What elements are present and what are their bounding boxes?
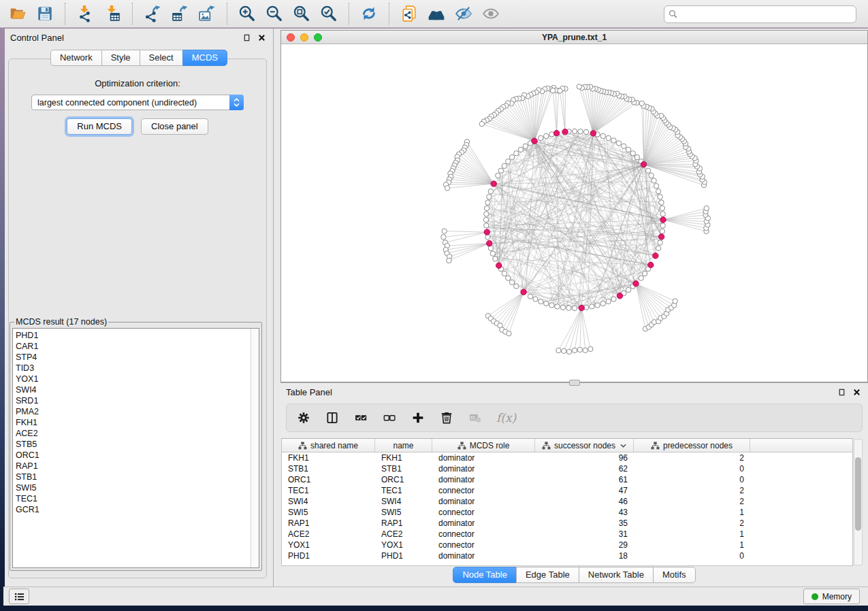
memory-button[interactable]: Memory	[803, 589, 860, 604]
save-icon	[36, 5, 54, 22]
network-window-titlebar[interactable]: YPA_prune.txt_1	[281, 31, 867, 44]
toolbar-export-network-button[interactable]	[139, 2, 166, 25]
toolbar-export-table-button[interactable]	[166, 2, 193, 25]
horizontal-splitter-handle[interactable]	[569, 380, 580, 386]
close-panel-button[interactable]: Close panel	[141, 118, 208, 135]
column-header-shared-name[interactable]: shared name	[282, 439, 375, 452]
mcds-result-item[interactable]: PMA2	[16, 406, 259, 417]
toolbar-share-document-button[interactable]	[396, 2, 423, 25]
mcds-result-item[interactable]: SRD1	[16, 395, 259, 406]
mcds-result-item[interactable]: RAP1	[16, 461, 259, 472]
table-row[interactable]: ORC1ORC1dominator610	[282, 474, 852, 485]
task-history-button[interactable]	[9, 589, 29, 604]
table-row[interactable]: RAP1RAP1dominator352	[282, 518, 852, 529]
mcds-result-item[interactable]: ACE2	[16, 428, 259, 439]
table-toolbar-select-all-button[interactable]	[353, 410, 368, 425]
mcds-result-item[interactable]: ORC1	[16, 450, 259, 461]
tab-node-table[interactable]: Node Table	[453, 567, 517, 583]
mcds-result-item[interactable]: TID3	[16, 363, 259, 374]
optimization-criterion-select[interactable]: largest connected component (undirected)	[31, 95, 244, 110]
cell: ORC1	[375, 475, 432, 484]
search-input[interactable]	[681, 10, 852, 19]
toolbar-open-folder-button[interactable]	[4, 2, 31, 25]
table-row[interactable]: FKH1FKH1dominator962	[282, 452, 852, 463]
table-toolbar-unselect-all-button[interactable]	[382, 410, 397, 425]
toolbar-zoom-out-button[interactable]	[261, 2, 288, 25]
toolbar-zoom-selected-button[interactable]	[315, 2, 342, 25]
column-label: MCDS role	[470, 441, 510, 450]
cell: 31	[535, 529, 634, 539]
table-toolbar-function-builder-button: f(x)	[496, 410, 516, 425]
tab-mcds[interactable]: MCDS	[182, 50, 227, 66]
mcds-result-item[interactable]: SWI5	[16, 482, 259, 493]
table-row[interactable]: SWI4SWI4dominator462	[282, 496, 852, 507]
table-toolbar: f(x)	[286, 403, 863, 432]
table-row[interactable]: ACE2ACE2connector311	[282, 529, 852, 540]
search-field[interactable]	[664, 5, 856, 23]
cell: connector	[432, 529, 535, 539]
column-header-MCDS-role[interactable]: MCDS role	[432, 439, 535, 452]
export-table-icon	[171, 5, 189, 22]
close-panel-icon[interactable]	[255, 32, 268, 43]
tab-network-table[interactable]: Network Table	[579, 567, 654, 583]
cell: dominator	[432, 551, 535, 561]
table-row[interactable]: TEC1TEC1connector472	[282, 485, 852, 496]
control-panel-title: Control Panel	[10, 33, 64, 43]
cell: 2	[634, 518, 750, 528]
table-row[interactable]: STB1STB1dominator620	[282, 463, 852, 474]
mcds-result-item[interactable]: PHD1	[16, 330, 259, 341]
column-header-predecessor-nodes[interactable]: predecessor nodes	[634, 439, 750, 452]
column-header-successor-nodes[interactable]: successor nodes	[535, 439, 634, 452]
mcds-result-item[interactable]: STP4	[16, 352, 259, 363]
table-scrollbar-thumb[interactable]	[855, 457, 861, 531]
toolbar-export-image-button[interactable]	[193, 2, 221, 25]
zoom-fit-icon	[293, 5, 310, 22]
mcds-scrollbar[interactable]	[251, 329, 259, 567]
hierarchy-icon	[542, 442, 551, 450]
mcds-result-item[interactable]: STB5	[16, 439, 259, 450]
table-row[interactable]: SWI5SWI5connector431	[282, 507, 852, 518]
run-mcds-button[interactable]: Run MCDS	[67, 118, 132, 135]
toolbar-import-table-button[interactable]	[99, 2, 126, 25]
float-panel-icon[interactable]	[835, 386, 848, 397]
mcds-result-item[interactable]: SWI4	[16, 384, 259, 395]
mcds-result-item[interactable]: CAR1	[16, 341, 259, 352]
toolbar-hide-eye-slash-button[interactable]	[450, 2, 477, 25]
unselect-all-icon	[383, 411, 396, 425]
table-row[interactable]: PHD1PHD1dominator180	[282, 550, 852, 561]
network-graph[interactable]	[281, 44, 861, 382]
tab-edge-table[interactable]: Edge Table	[516, 567, 579, 583]
mcds-result-item[interactable]: TEC1	[16, 493, 259, 504]
tab-select[interactable]: Select	[140, 50, 183, 66]
cell: 18	[535, 551, 634, 561]
table-toolbar-columns-button[interactable]	[325, 410, 340, 425]
tab-network[interactable]: Network	[50, 50, 102, 66]
toolbar-save-button[interactable]	[31, 2, 59, 25]
table-row[interactable]: YOX1YOX1connector291	[282, 540, 852, 550]
control-panel: Control Panel Optimization criterion: la…	[5, 29, 274, 587]
mcds-result-item[interactable]: STB1	[16, 472, 259, 482]
cell: SWI5	[375, 508, 432, 517]
table-toolbar-delete-row-button[interactable]	[439, 410, 454, 425]
mcds-result-item[interactable]: GCR1	[16, 504, 259, 515]
mcds-result-item[interactable]: FKH1	[16, 417, 259, 428]
toolbar-zoom-in-button[interactable]	[234, 2, 261, 25]
column-header-name[interactable]: name	[375, 439, 432, 452]
table-scrollbar[interactable]	[854, 439, 863, 565]
tab-style[interactable]: Style	[101, 50, 140, 66]
toolbar-import-network-button[interactable]	[71, 2, 99, 25]
float-panel-icon[interactable]	[240, 32, 253, 43]
memory-label: Memory	[822, 592, 852, 601]
toolbar-refresh-button[interactable]	[355, 2, 383, 25]
tab-motifs[interactable]: Motifs	[653, 567, 696, 583]
toolbar-zoom-fit-button[interactable]	[288, 2, 315, 25]
table-toolbar-add-row-button[interactable]	[411, 410, 425, 425]
cell: SWI5	[282, 508, 375, 517]
table-toolbar-gear-button[interactable]	[296, 410, 311, 425]
mcds-result-item[interactable]: YOX1	[16, 374, 259, 384]
close-panel-icon[interactable]	[850, 386, 863, 397]
toolbar-search-binoculars-button[interactable]	[423, 2, 450, 25]
zoom-selected-icon	[320, 5, 338, 22]
cell: 47	[535, 486, 634, 495]
network-canvas[interactable]	[281, 44, 867, 382]
